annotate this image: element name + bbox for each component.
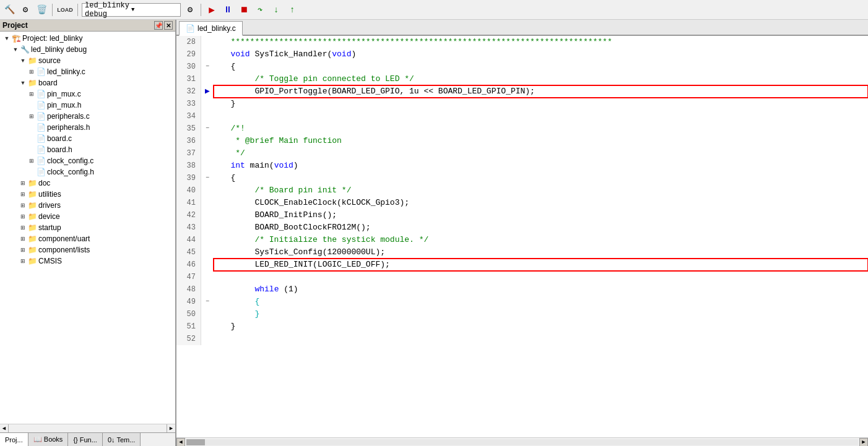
sidebar-tab-templates[interactable]: 0↓ Tem... (103, 433, 141, 446)
code-line-41: 41 CLOCK_EnableClock(kCLOCK_Gpio3); (176, 197, 868, 209)
tree-folder-component-uart[interactable]: ⊞ 📁 component/uart (0, 233, 175, 244)
build-icon[interactable]: 🔨 (2, 3, 16, 17)
tree-file-clock-config-h[interactable]: 📄 clock_config.h (0, 166, 175, 178)
folder-drivers-label: drivers (38, 201, 61, 210)
tree-file-board-c[interactable]: 📄 board.c (0, 133, 175, 144)
tree-folder-component-lists[interactable]: ⊞ 📁 component/lists (0, 244, 175, 255)
tree-project-root[interactable]: ▼ 🏗️ Project: led_blinky (0, 33, 175, 44)
tree-folder-startup[interactable]: ⊞ 📁 startup (0, 222, 175, 233)
file-board-c-icon: 📄 (36, 134, 46, 144)
tab-file-icon: 📄 (186, 24, 195, 33)
code-line-42: 42 BOARD_InitPins(); (176, 209, 868, 221)
tree-toggle-device[interactable]: ⊞ (19, 212, 27, 221)
step-out-icon[interactable]: ↑ (285, 3, 299, 17)
stop-icon[interactable]: ⏹ (237, 3, 251, 17)
rebuild-icon[interactable]: ⚙️ (19, 3, 32, 17)
folder-uart-label: component/uart (38, 234, 90, 243)
tree-debug-config[interactable]: ▼ 🔧 led_blinky debug (0, 44, 175, 55)
tree-folder-cmsis[interactable]: ⊞ 📁 CMSIS (0, 255, 175, 267)
file-peripherals-c-icon: 📄 (36, 111, 46, 121)
code-line-34: 34 (176, 110, 868, 122)
dropdown-arrow-icon: ▼ (131, 7, 178, 13)
scroll-track-editor[interactable] (186, 439, 858, 445)
settings-icon[interactable]: ⚙ (183, 3, 197, 17)
tree-toggle-pin-mux-c[interactable]: ⊞ (27, 90, 36, 98)
sidebar-tab-books[interactable]: 📖 Books (28, 433, 69, 446)
clean-icon[interactable]: 🗑️ (35, 3, 48, 17)
tree-folder-doc[interactable]: ⊞ 📁 doc (0, 178, 175, 189)
debug-config-dropdown[interactable]: led_blinky debug ▼ (82, 3, 181, 17)
scroll-thumb-editor[interactable] (186, 439, 205, 445)
code-line-39: 39 − { (176, 172, 868, 184)
file-peripherals-h-icon: 📄 (36, 122, 46, 132)
sidebar-pin-btn[interactable]: 📌 (154, 21, 163, 30)
tree-toggle-clock-h (27, 168, 36, 176)
tree-toggle-board[interactable]: ▼ (19, 79, 27, 87)
step-over-icon[interactable]: ↷ (253, 3, 267, 17)
scroll-left-editor[interactable]: ◀ (176, 438, 185, 447)
step-in-icon[interactable]: ↓ (269, 3, 283, 17)
code-line-45: 45 SysTick_Config(12000000UL); (176, 246, 868, 259)
tree-folder-board[interactable]: ▼ 📁 board (0, 77, 175, 88)
tree-toggle-led-blinky[interactable]: ⊞ (27, 67, 36, 76)
file-clock-h-icon: 📄 (36, 167, 46, 177)
tree-toggle-source[interactable]: ▼ (19, 56, 27, 65)
sep3 (201, 4, 201, 16)
folder-uart-icon: 📁 (27, 234, 37, 244)
tree-toggle-clock-c[interactable]: ⊞ (27, 157, 36, 165)
tree-file-led-blinky[interactable]: ⊞ 📄 led_blinky.c (0, 66, 175, 77)
tree-toggle-cmsis[interactable]: ⊞ (19, 257, 27, 265)
folder-board-icon: 📁 (27, 78, 37, 88)
folder-startup-label: startup (38, 223, 61, 232)
tree-toggle-peripherals-c[interactable]: ⊞ (27, 112, 36, 121)
scroll-left-btn[interactable]: ◀ (0, 424, 9, 433)
folder-device-label: device (38, 212, 60, 221)
tab-label: led_blinky.c (197, 24, 236, 33)
sidebar-tree: ▼ 🏗️ Project: led_blinky ▼ 🔧 led_blinky … (0, 32, 175, 424)
file-peripherals-c-label: peripherals.c (47, 112, 90, 121)
folder-doc-label: doc (38, 179, 50, 187)
file-board-c-label: board.c (47, 134, 72, 143)
tree-toggle-pin-mux-h (27, 101, 36, 109)
tree-file-pin-mux-h[interactable]: 📄 pin_mux.h (0, 100, 175, 111)
file-board-h-label: board.h (47, 145, 72, 154)
tree-toggle-drivers[interactable]: ⊞ (19, 201, 27, 210)
code-line-30: 30 − { (176, 61, 868, 73)
debug-run-icon[interactable]: ▶ (205, 3, 219, 17)
sidebar-tab-functions[interactable]: {} Fun... (68, 433, 103, 446)
folder-device-icon: 📁 (27, 212, 37, 221)
tree-file-clock-config-c[interactable]: ⊞ 📄 clock_config.c (0, 155, 175, 166)
folder-utilities-icon: 📁 (27, 189, 37, 199)
toolbar: 🔨 ⚙️ 🗑️ LOAD led_blinky debug ▼ ⚙ ▶ ⏸ ⏹ … (0, 0, 868, 20)
tree-folder-source[interactable]: ▼ 📁 source (0, 55, 175, 66)
tree-toggle-utilities[interactable]: ⊞ (19, 190, 27, 199)
code-editor[interactable]: 28 *************************************… (176, 36, 868, 437)
main-area: Project 📌 ✕ ▼ 🏗️ Project: led_blinky ▼ 🔧… (0, 20, 868, 446)
tree-toggle-root[interactable]: ▼ (2, 34, 11, 43)
file-clock-c-icon: 📄 (36, 156, 46, 166)
pause-icon[interactable]: ⏸ (221, 3, 235, 17)
scroll-right-btn[interactable]: ▶ (167, 424, 175, 433)
tree-toggle-uart[interactable]: ⊞ (19, 234, 27, 243)
tree-file-pin-mux-c[interactable]: ⊞ 📄 pin_mux.c (0, 88, 175, 100)
sidebar: Project 📌 ✕ ▼ 🏗️ Project: led_blinky ▼ 🔧… (0, 20, 176, 446)
file-clock-c-label: clock_config.c (47, 157, 93, 165)
tree-folder-device[interactable]: ⊞ 📁 device (0, 211, 175, 222)
sep2 (77, 4, 78, 16)
editor-area: 📄 led_blinky.c 28 **********************… (176, 20, 868, 446)
scroll-right-editor[interactable]: ▶ (859, 438, 868, 447)
tree-file-peripherals-c[interactable]: ⊞ 📄 peripherals.c (0, 111, 175, 122)
tree-toggle-doc[interactable]: ⊞ (19, 179, 27, 187)
sidebar-tab-project[interactable]: Proj... (0, 433, 28, 446)
sidebar-close-btn[interactable]: ✕ (164, 21, 173, 30)
file-pin-mux-c-icon: 📄 (36, 89, 46, 99)
tree-folder-utilities[interactable]: ⊞ 📁 utilities (0, 189, 175, 200)
tree-toggle-startup[interactable]: ⊞ (19, 223, 27, 232)
code-line-49: 49 − { (176, 296, 868, 308)
tree-toggle-debug[interactable]: ▼ (11, 45, 20, 54)
tab-led-blinky[interactable]: 📄 led_blinky.c (179, 21, 243, 36)
tree-file-peripherals-h[interactable]: 📄 peripherals.h (0, 122, 175, 133)
tree-toggle-lists[interactable]: ⊞ (19, 246, 27, 254)
tree-file-board-h[interactable]: 📄 board.h (0, 144, 175, 155)
tree-folder-drivers[interactable]: ⊞ 📁 drivers (0, 200, 175, 211)
